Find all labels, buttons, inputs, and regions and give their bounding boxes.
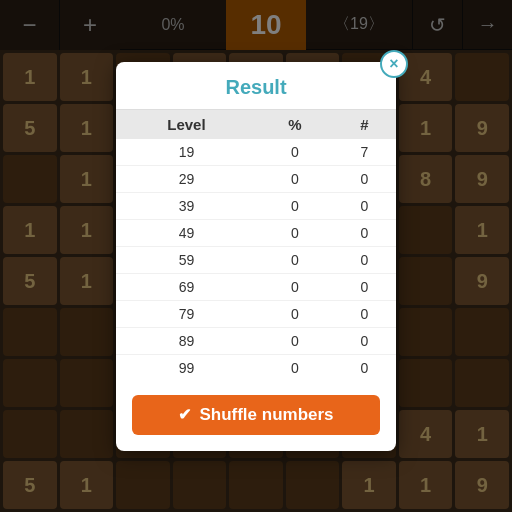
cell-percent: 0 [257,192,333,219]
table-row: 1907 [116,139,396,166]
cell-level: 79 [116,300,257,327]
cell-count: 0 [333,192,396,219]
cell-level: 19 [116,139,257,166]
col-level: Level [116,110,257,139]
table-row: 2900 [116,165,396,192]
shuffle-label: Shuffle numbers [199,405,333,425]
table-header-row: Level % # [116,110,396,139]
checkmark-icon: ✔ [178,405,191,424]
cell-count: 0 [333,300,396,327]
table-row: 3900 [116,192,396,219]
close-icon: × [389,55,398,73]
cell-level: 29 [116,165,257,192]
table-row: 9900 [116,354,396,381]
result-modal: × Result Level % # 190729003900490059006… [116,62,396,451]
table-row: 7900 [116,300,396,327]
cell-count: 0 [333,354,396,381]
cell-count: 7 [333,139,396,166]
cell-percent: 0 [257,139,333,166]
shuffle-button[interactable]: ✔ Shuffle numbers [132,395,380,435]
cell-count: 0 [333,273,396,300]
cell-level: 69 [116,273,257,300]
cell-level: 39 [116,192,257,219]
cell-count: 0 [333,165,396,192]
table-row: 4900 [116,219,396,246]
result-table: Level % # 190729003900490059006900790089… [116,110,396,381]
col-percent: % [257,110,333,139]
table-row: 6900 [116,273,396,300]
modal-overlay: × Result Level % # 190729003900490059006… [0,0,512,512]
cell-level: 49 [116,219,257,246]
table-row: 5900 [116,246,396,273]
cell-level: 99 [116,354,257,381]
modal-title: Result [116,62,396,110]
table-row: 8900 [116,327,396,354]
cell-percent: 0 [257,219,333,246]
close-button[interactable]: × [380,50,408,78]
cell-percent: 0 [257,327,333,354]
cell-percent: 0 [257,273,333,300]
cell-percent: 0 [257,165,333,192]
cell-percent: 0 [257,246,333,273]
cell-count: 0 [333,219,396,246]
cell-count: 0 [333,246,396,273]
cell-percent: 0 [257,300,333,327]
col-count: # [333,110,396,139]
cell-percent: 0 [257,354,333,381]
cell-level: 59 [116,246,257,273]
cell-level: 89 [116,327,257,354]
cell-count: 0 [333,327,396,354]
